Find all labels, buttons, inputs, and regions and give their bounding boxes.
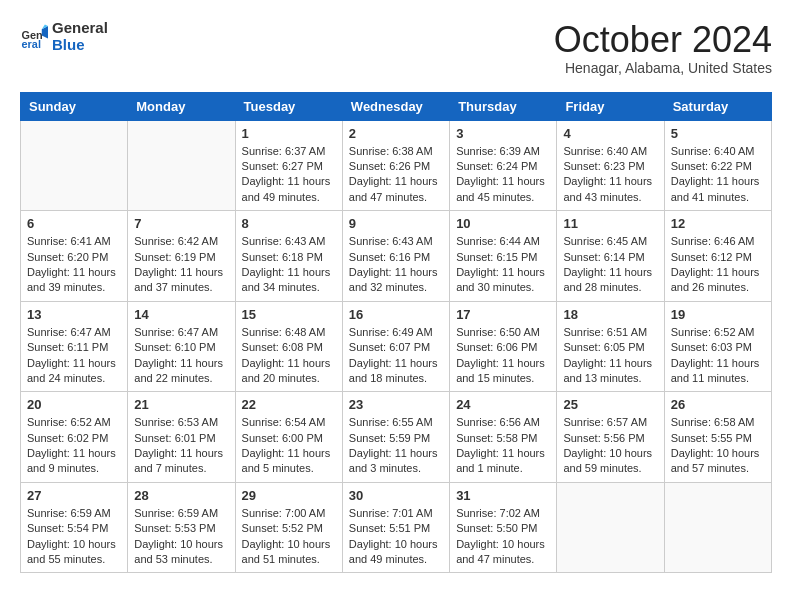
day-of-week-header: Friday [557,92,664,120]
location: Henagar, Alabama, United States [554,60,772,76]
cell-content: Sunrise: 6:42 AMSunset: 6:19 PMDaylight:… [134,234,228,296]
day-number: 1 [242,126,336,141]
cell-content: Sunrise: 6:59 AMSunset: 5:54 PMDaylight:… [27,506,121,568]
day-number: 9 [349,216,443,231]
calendar-cell: 6Sunrise: 6:41 AMSunset: 6:20 PMDaylight… [21,211,128,302]
calendar-week-row: 27Sunrise: 6:59 AMSunset: 5:54 PMDayligh… [21,482,772,573]
calendar-cell: 21Sunrise: 6:53 AMSunset: 6:01 PMDayligh… [128,392,235,483]
day-number: 10 [456,216,550,231]
cell-content: Sunrise: 6:54 AMSunset: 6:00 PMDaylight:… [242,415,336,477]
day-number: 29 [242,488,336,503]
calendar-cell: 20Sunrise: 6:52 AMSunset: 6:02 PMDayligh… [21,392,128,483]
page-header: Gen eral General Blue October 2024 Henag… [20,20,772,76]
calendar-cell: 16Sunrise: 6:49 AMSunset: 6:07 PMDayligh… [342,301,449,392]
logo-text: General Blue [52,20,108,53]
cell-content: Sunrise: 6:46 AMSunset: 6:12 PMDaylight:… [671,234,765,296]
day-number: 20 [27,397,121,412]
cell-content: Sunrise: 6:52 AMSunset: 6:03 PMDaylight:… [671,325,765,387]
calendar-cell: 11Sunrise: 6:45 AMSunset: 6:14 PMDayligh… [557,211,664,302]
day-number: 11 [563,216,657,231]
cell-content: Sunrise: 6:43 AMSunset: 6:16 PMDaylight:… [349,234,443,296]
day-number: 4 [563,126,657,141]
calendar-cell: 31Sunrise: 7:02 AMSunset: 5:50 PMDayligh… [450,482,557,573]
cell-content: Sunrise: 6:38 AMSunset: 6:26 PMDaylight:… [349,144,443,206]
day-number: 27 [27,488,121,503]
cell-content: Sunrise: 6:59 AMSunset: 5:53 PMDaylight:… [134,506,228,568]
cell-content: Sunrise: 6:39 AMSunset: 6:24 PMDaylight:… [456,144,550,206]
day-of-week-header: Saturday [664,92,771,120]
day-number: 21 [134,397,228,412]
day-number: 2 [349,126,443,141]
logo-general-text: General [52,20,108,37]
calendar-cell: 4Sunrise: 6:40 AMSunset: 6:23 PMDaylight… [557,120,664,211]
day-number: 23 [349,397,443,412]
cell-content: Sunrise: 6:56 AMSunset: 5:58 PMDaylight:… [456,415,550,477]
day-of-week-header: Wednesday [342,92,449,120]
cell-content: Sunrise: 7:01 AMSunset: 5:51 PMDaylight:… [349,506,443,568]
calendar-cell: 27Sunrise: 6:59 AMSunset: 5:54 PMDayligh… [21,482,128,573]
calendar-cell: 1Sunrise: 6:37 AMSunset: 6:27 PMDaylight… [235,120,342,211]
day-number: 16 [349,307,443,322]
calendar-week-row: 6Sunrise: 6:41 AMSunset: 6:20 PMDaylight… [21,211,772,302]
cell-content: Sunrise: 7:02 AMSunset: 5:50 PMDaylight:… [456,506,550,568]
cell-content: Sunrise: 6:47 AMSunset: 6:11 PMDaylight:… [27,325,121,387]
cell-content: Sunrise: 6:37 AMSunset: 6:27 PMDaylight:… [242,144,336,206]
calendar-cell: 28Sunrise: 6:59 AMSunset: 5:53 PMDayligh… [128,482,235,573]
cell-content: Sunrise: 6:44 AMSunset: 6:15 PMDaylight:… [456,234,550,296]
calendar-week-row: 13Sunrise: 6:47 AMSunset: 6:11 PMDayligh… [21,301,772,392]
calendar-cell: 19Sunrise: 6:52 AMSunset: 6:03 PMDayligh… [664,301,771,392]
calendar-cell: 24Sunrise: 6:56 AMSunset: 5:58 PMDayligh… [450,392,557,483]
cell-content: Sunrise: 6:51 AMSunset: 6:05 PMDaylight:… [563,325,657,387]
cell-content: Sunrise: 6:49 AMSunset: 6:07 PMDaylight:… [349,325,443,387]
calendar-cell: 30Sunrise: 7:01 AMSunset: 5:51 PMDayligh… [342,482,449,573]
calendar-cell [664,482,771,573]
cell-content: Sunrise: 6:58 AMSunset: 5:55 PMDaylight:… [671,415,765,477]
calendar-week-row: 1Sunrise: 6:37 AMSunset: 6:27 PMDaylight… [21,120,772,211]
cell-content: Sunrise: 6:43 AMSunset: 6:18 PMDaylight:… [242,234,336,296]
day-of-week-header: Tuesday [235,92,342,120]
day-number: 26 [671,397,765,412]
calendar-cell: 2Sunrise: 6:38 AMSunset: 6:26 PMDaylight… [342,120,449,211]
day-number: 13 [27,307,121,322]
calendar-header-row: SundayMondayTuesdayWednesdayThursdayFrid… [21,92,772,120]
day-number: 24 [456,397,550,412]
calendar-cell: 9Sunrise: 6:43 AMSunset: 6:16 PMDaylight… [342,211,449,302]
calendar-cell: 23Sunrise: 6:55 AMSunset: 5:59 PMDayligh… [342,392,449,483]
cell-content: Sunrise: 6:48 AMSunset: 6:08 PMDaylight:… [242,325,336,387]
month-title: October 2024 [554,20,772,60]
calendar-cell: 8Sunrise: 6:43 AMSunset: 6:18 PMDaylight… [235,211,342,302]
calendar-cell: 10Sunrise: 6:44 AMSunset: 6:15 PMDayligh… [450,211,557,302]
day-number: 7 [134,216,228,231]
calendar-cell: 26Sunrise: 6:58 AMSunset: 5:55 PMDayligh… [664,392,771,483]
day-number: 17 [456,307,550,322]
day-number: 18 [563,307,657,322]
calendar-cell: 14Sunrise: 6:47 AMSunset: 6:10 PMDayligh… [128,301,235,392]
calendar-cell: 12Sunrise: 6:46 AMSunset: 6:12 PMDayligh… [664,211,771,302]
day-number: 8 [242,216,336,231]
day-number: 22 [242,397,336,412]
calendar-cell [21,120,128,211]
calendar-cell: 25Sunrise: 6:57 AMSunset: 5:56 PMDayligh… [557,392,664,483]
calendar-table: SundayMondayTuesdayWednesdayThursdayFrid… [20,92,772,574]
calendar-cell [557,482,664,573]
cell-content: Sunrise: 6:41 AMSunset: 6:20 PMDaylight:… [27,234,121,296]
calendar-cell: 18Sunrise: 6:51 AMSunset: 6:05 PMDayligh… [557,301,664,392]
cell-content: Sunrise: 6:55 AMSunset: 5:59 PMDaylight:… [349,415,443,477]
cell-content: Sunrise: 6:47 AMSunset: 6:10 PMDaylight:… [134,325,228,387]
day-of-week-header: Sunday [21,92,128,120]
day-number: 25 [563,397,657,412]
calendar-cell: 17Sunrise: 6:50 AMSunset: 6:06 PMDayligh… [450,301,557,392]
cell-content: Sunrise: 6:40 AMSunset: 6:23 PMDaylight:… [563,144,657,206]
cell-content: Sunrise: 6:45 AMSunset: 6:14 PMDaylight:… [563,234,657,296]
cell-content: Sunrise: 6:52 AMSunset: 6:02 PMDaylight:… [27,415,121,477]
logo-icon: Gen eral [20,23,48,51]
day-number: 5 [671,126,765,141]
svg-text:eral: eral [22,37,41,49]
day-number: 15 [242,307,336,322]
calendar-cell: 7Sunrise: 6:42 AMSunset: 6:19 PMDaylight… [128,211,235,302]
day-number: 28 [134,488,228,503]
day-number: 6 [27,216,121,231]
day-of-week-header: Thursday [450,92,557,120]
day-number: 12 [671,216,765,231]
calendar-cell [128,120,235,211]
